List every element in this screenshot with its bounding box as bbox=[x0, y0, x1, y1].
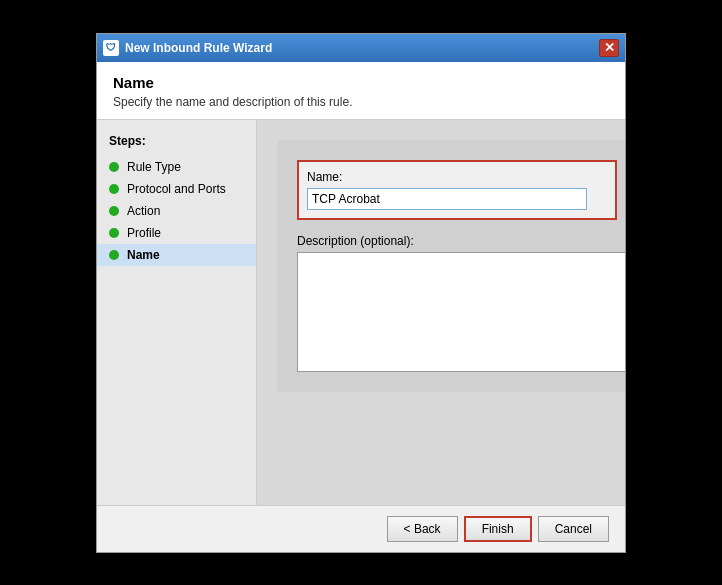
footer: < Back Finish Cancel bbox=[97, 505, 625, 552]
step-indicator bbox=[109, 162, 119, 172]
sidebar: Steps: Rule Type Protocol and Ports Acti… bbox=[97, 120, 257, 505]
step-indicator bbox=[109, 184, 119, 194]
finish-button[interactable]: Finish bbox=[464, 516, 532, 542]
sidebar-item-label: Protocol and Ports bbox=[127, 182, 226, 196]
page-title: Name bbox=[113, 74, 609, 91]
sidebar-item-label: Action bbox=[127, 204, 160, 218]
window-title: New Inbound Rule Wizard bbox=[125, 41, 272, 55]
description-field-group: Description (optional): bbox=[297, 234, 625, 372]
title-bar-left: 🛡 New Inbound Rule Wizard bbox=[103, 40, 272, 56]
page-subtitle: Specify the name and description of this… bbox=[113, 95, 609, 109]
sidebar-item-profile[interactable]: Profile bbox=[97, 222, 256, 244]
sidebar-item-label: Name bbox=[127, 248, 160, 262]
sidebar-item-label: Rule Type bbox=[127, 160, 181, 174]
close-button[interactable]: ✕ bbox=[599, 39, 619, 57]
sidebar-title: Steps: bbox=[97, 130, 256, 156]
sidebar-item-name[interactable]: Name bbox=[97, 244, 256, 266]
name-input[interactable] bbox=[307, 188, 587, 210]
step-indicator bbox=[109, 228, 119, 238]
back-button[interactable]: < Back bbox=[387, 516, 458, 542]
step-indicator bbox=[109, 206, 119, 216]
main-content: Name: Description (optional): bbox=[257, 120, 625, 505]
name-field-group: Name: bbox=[297, 160, 617, 220]
description-textarea[interactable] bbox=[297, 252, 625, 372]
sidebar-item-rule-type[interactable]: Rule Type bbox=[97, 156, 256, 178]
wizard-window: 🛡 New Inbound Rule Wizard ✕ Name Specify… bbox=[96, 33, 626, 553]
step-indicator bbox=[109, 250, 119, 260]
title-controls: ✕ bbox=[599, 39, 619, 57]
window-icon: 🛡 bbox=[103, 40, 119, 56]
name-label: Name: bbox=[307, 170, 607, 184]
content-area: Steps: Rule Type Protocol and Ports Acti… bbox=[97, 120, 625, 505]
cancel-button[interactable]: Cancel bbox=[538, 516, 609, 542]
sidebar-item-action[interactable]: Action bbox=[97, 200, 256, 222]
description-label: Description (optional): bbox=[297, 234, 625, 248]
sidebar-item-protocol[interactable]: Protocol and Ports bbox=[97, 178, 256, 200]
sidebar-item-label: Profile bbox=[127, 226, 161, 240]
header-section: Name Specify the name and description of… bbox=[97, 62, 625, 120]
title-bar: 🛡 New Inbound Rule Wizard ✕ bbox=[97, 34, 625, 62]
